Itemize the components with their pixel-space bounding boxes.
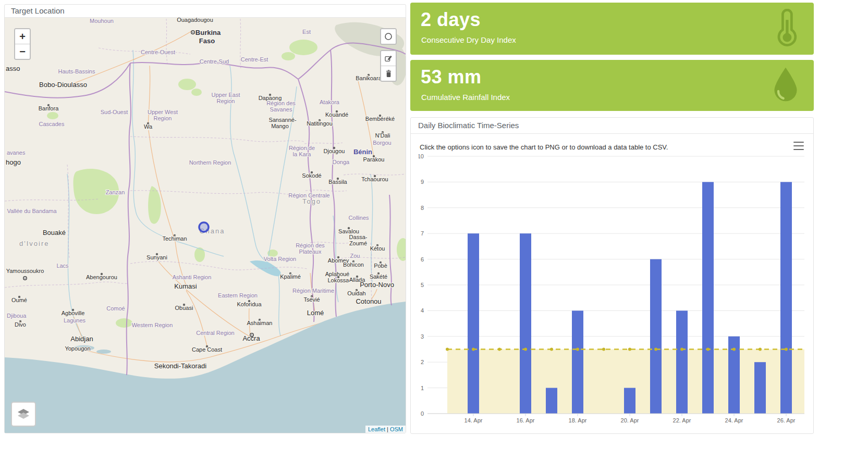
- threshold-marker: [732, 348, 736, 351]
- map-label: Burkina: [195, 29, 221, 36]
- osm-link[interactable]: OSM: [390, 426, 403, 432]
- map-label: Djougou: [324, 148, 345, 154]
- edit-delete-control: [380, 50, 397, 82]
- map-panel-title: Target Location: [11, 6, 65, 15]
- x-axis-label: 22. Apr: [673, 417, 691, 423]
- map-label: Bembéréké: [365, 116, 395, 122]
- map-label: Sokodé: [302, 172, 321, 179]
- location-marker[interactable]: [199, 222, 209, 232]
- map-label: Volta Region: [264, 256, 296, 262]
- map-label: Centre-Sud: [200, 58, 229, 65]
- map-label: Abidjan: [70, 335, 93, 343]
- map-label: Faso: [199, 37, 215, 45]
- threshold-marker: [759, 348, 762, 351]
- hamburger-icon: [793, 142, 804, 143]
- threshold-marker: [550, 348, 553, 351]
- chart-bar[interactable]: [754, 362, 766, 414]
- map-label: Mango: [271, 123, 289, 129]
- x-axis-label: 26. Apr: [777, 417, 796, 423]
- map-label: Kétou: [370, 245, 385, 252]
- threshold-marker: [602, 348, 605, 351]
- map-container[interactable]: BurkinaFasoGhanaTogoBénind'IvoireMouhoun…: [5, 18, 406, 433]
- map-label: Yamoussoukro: [6, 268, 44, 274]
- y-axis-label: 1: [421, 385, 424, 391]
- map-label: Kumasi: [174, 282, 197, 290]
- map-label: Tsévié: [303, 296, 320, 303]
- rainfall-index-value: 53 mm: [421, 66, 482, 88]
- map-label: Région des: [296, 242, 325, 248]
- map-label: Est: [302, 29, 311, 35]
- map-label: asso: [6, 65, 20, 72]
- zoom-in-button[interactable]: +: [15, 29, 30, 44]
- zoom-control: + −: [14, 28, 31, 60]
- map-label: Atakora: [320, 99, 340, 105]
- map-label: Région Centrale: [288, 192, 330, 198]
- y-axis-label: 0: [421, 410, 424, 417]
- threshold-marker: [498, 348, 501, 351]
- threshold-marker: [628, 348, 631, 351]
- map-label: Region: [217, 98, 235, 104]
- map-label: Agboville: [62, 310, 85, 316]
- y-axis-label: 8: [421, 205, 424, 211]
- map-label: Central Region: [196, 330, 234, 336]
- map-label: Parakou: [363, 156, 385, 163]
- map-label: Ashanti Region: [173, 274, 212, 280]
- map-label: Tchaourou: [361, 176, 388, 182]
- map-label: Kouandé: [325, 111, 348, 118]
- map-label: Zoumé: [349, 240, 367, 246]
- map-label: Région de: [289, 145, 315, 151]
- map-label: la Kara: [293, 151, 312, 157]
- map-label: Mouhoun: [90, 18, 114, 24]
- chart-bar[interactable]: [624, 388, 635, 414]
- map-label: Centre-Est: [241, 56, 268, 63]
- threshold-marker: [680, 348, 683, 351]
- map-label: Region: [154, 115, 172, 121]
- y-axis-label: 7: [421, 230, 424, 236]
- chart-bar[interactable]: [572, 310, 583, 414]
- chart-bar[interactable]: [468, 233, 479, 414]
- map-label: Vallée du Bandama: [7, 208, 57, 214]
- chart-options-button[interactable]: [793, 141, 804, 151]
- map-label: Cape Coast: [192, 346, 222, 353]
- layers-control[interactable]: [11, 402, 36, 427]
- edit-button[interactable]: [381, 51, 396, 66]
- timeseries-panel-header: Daily Bioclimatic Time-Series: [411, 118, 813, 134]
- map-panel-header: Target Location: [5, 5, 406, 18]
- chart-bar[interactable]: [546, 388, 557, 414]
- chart-title: Click the options icon to save the chart…: [419, 143, 805, 151]
- chart-bar[interactable]: [780, 182, 792, 414]
- chart-svg: 01234567891014. Apr16. Apr18. Apr20. Apr…: [419, 153, 805, 427]
- map-label: Obuasi: [175, 305, 193, 311]
- map-label: d'Ivoire: [19, 240, 50, 247]
- map-label: Eastern Region: [218, 292, 258, 298]
- x-axis-label: 18. Apr: [569, 417, 587, 423]
- map-label: Sansanné-: [268, 117, 297, 123]
- chart-body: Click the options icon to save the chart…: [411, 134, 813, 429]
- draw-circle-button[interactable]: [381, 29, 396, 44]
- map-label: Borgou: [373, 140, 391, 146]
- threshold-marker: [706, 348, 710, 351]
- zoom-out-button[interactable]: −: [15, 44, 30, 59]
- leaflet-link[interactable]: Leaflet: [368, 426, 385, 432]
- map-label: Banikoara: [356, 75, 382, 81]
- chart-bar[interactable]: [650, 259, 662, 414]
- threshold-marker: [446, 348, 449, 351]
- rainfall-index-label: Cumulative Rainfall Index: [421, 93, 510, 102]
- map-svg: BurkinaFasoGhanaTogoBénind'IvoireMouhoun…: [5, 18, 406, 433]
- map-label: Bobo-Dioulasso: [39, 81, 87, 89]
- chart-bar[interactable]: [702, 182, 714, 414]
- threshold-marker: [524, 348, 527, 351]
- map-label: Koforidua: [237, 301, 262, 307]
- chart-bar[interactable]: [520, 233, 531, 414]
- chart-bar[interactable]: [676, 310, 688, 414]
- zoom-in-label: +: [19, 31, 26, 42]
- map-label: Sekondi-Takoradi: [154, 362, 207, 370]
- map-label: Ouagadougou: [177, 18, 213, 23]
- trash-icon: [385, 70, 393, 78]
- map-label: N'Dali: [375, 132, 390, 139]
- page: Target Location: [0, 0, 868, 461]
- map-label: Togo: [302, 197, 321, 205]
- map-label: Abengourou: [86, 274, 117, 280]
- delete-button[interactable]: [381, 66, 396, 81]
- draw-circle-control: [380, 28, 397, 45]
